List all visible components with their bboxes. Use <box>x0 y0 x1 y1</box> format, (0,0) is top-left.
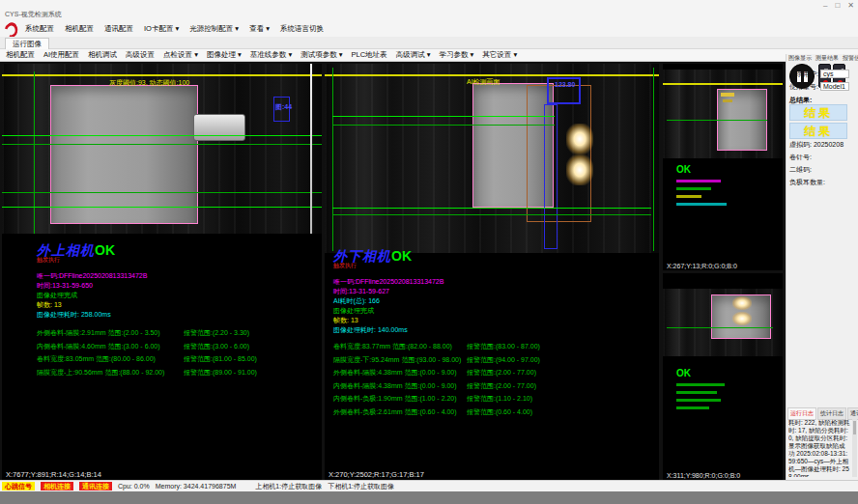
side-panel: 图像显示 测量结果 报警信息 登录用户: cys 使用型号: Model1 总结… <box>786 54 858 480</box>
thumbnail-column: OK X:267;Y:13;R:0;G:0;B:0 OK <box>663 64 783 480</box>
scrollbar-thumb[interactable] <box>853 421 856 434</box>
measure-line <box>332 116 555 117</box>
menu-item[interactable]: 查看 ▾ <box>249 24 270 34</box>
measurement-row: 隔膜宽度-上:90.56mm 范围:(88.00 - 92.00) 报警范围:(… <box>37 366 257 379</box>
field-label: 卷针号: <box>789 154 812 160</box>
memory-usage: Memory: 3424.41796875M <box>156 483 237 490</box>
alarm-range-text: 报警范围:(94.00 - 97.00) <box>467 353 540 367</box>
alarm-range-text: 报警范围:(2.00 - 77.00) <box>467 379 536 393</box>
menu-item[interactable]: 通讯配置 <box>104 24 133 34</box>
measurement-row: 卷料宽度:83.77mm 范围:(82.00 - 88.00) 报警范围:(83… <box>333 340 540 353</box>
ai-time: AI耗时(总): 166 <box>333 296 540 306</box>
measurement-row: 内侧卷料-隔膜:4.60mm 范围:(3.00 - 6.00) 报警范围:(3.… <box>37 340 257 353</box>
menu-item[interactable]: 相机配置 <box>65 24 94 34</box>
alarm-range-text: 报警范围:(1.10 - 2.10) <box>467 392 532 406</box>
threshold-overlay-text: 灰度阈值:93, 动态阈值:100 <box>109 78 189 88</box>
side-field-row: 卷针号: <box>789 153 812 162</box>
process-done: 图像处理完成 <box>37 291 257 300</box>
toolbar-button[interactable]: 其它设置 ▾ <box>482 50 517 60</box>
desktop-strip <box>0 491 858 504</box>
camera-view-middle[interactable]: AI检测画面 123.80 外下相机OK 触发执行 唯一码:DFFline202… <box>325 64 659 480</box>
toolbar-button[interactable]: 学习参数 ▾ <box>439 50 473 60</box>
model-value: Model1 <box>820 82 849 91</box>
measurement-row: 外侧卷料-隔膜:4.38mm 范围:(0.00 - 9.00) 报警范围:(2.… <box>333 366 540 379</box>
model-row: 使用型号: Model1 <box>789 82 849 92</box>
toolbar-button[interactable]: 高级设置 <box>126 50 155 60</box>
roi-label: 图:44 <box>275 102 292 112</box>
menu-item[interactable]: 系统配置 <box>25 24 54 34</box>
alarm-range-text: 报警范围:(0.60 - 4.00) <box>467 406 532 419</box>
maximize-icon[interactable]: □ <box>835 2 840 10</box>
machine-edge-highlight <box>310 64 312 234</box>
alarm-range-text: 报警范围:(81.00 - 85.00) <box>184 352 257 366</box>
tab-glow <box>732 296 752 310</box>
menu-item[interactable]: 系统语言切换 <box>280 24 324 34</box>
login-user-value: cys <box>820 70 849 78</box>
timestamp: 时间:13-31-59-627 <box>333 287 540 296</box>
window-controls: – □ ✕ <box>823 2 854 10</box>
process-done: 图像处理完成 <box>333 306 540 316</box>
camera-link-badge: 相机连接 <box>41 482 73 490</box>
measurement-row: 外侧卷料-隔膜:2.91mm 范围:(2.00 - 3.50) 报警范围:(2.… <box>37 326 257 340</box>
measure-line <box>667 120 767 121</box>
timestamp: 时间:13-31-59-650 <box>37 281 257 291</box>
toolbar-button[interactable]: PLC地址表 <box>352 50 387 60</box>
upper-camera-status: 上相机1:停止获取图像 <box>255 482 322 491</box>
caption-alarm-info[interactable]: 报警信息 <box>843 54 858 63</box>
measurement-text: 内侧卷料-隔膜:4.60mm 范围:(3.00 - 6.00) <box>37 340 184 353</box>
frame-count: 帧数: 13 <box>37 300 257 310</box>
menubar: 系统配置 相机配置 通讯配置 IO卡配置 ▾ 光源控制配置 ▾ 查看 ▾ 系统语… <box>0 21 858 37</box>
toolbar-button[interactable]: 相机调试 <box>88 50 117 60</box>
log-scrollbar[interactable] <box>852 419 857 477</box>
measurement-text: 卷料宽度:83.77mm 范围:(82.00 - 88.00) <box>333 340 467 353</box>
menu-item[interactable]: IO卡配置 ▾ <box>144 24 179 34</box>
login-user-row: 登录用户: cys <box>789 70 849 79</box>
toolbar: 相机配置 AI使用配置 相机调试 高级设置 点检设置 ▾ 图像处理 ▾ 基准线参… <box>0 49 858 62</box>
toolbar-button[interactable]: 测试项参数 ▾ <box>300 50 342 60</box>
toolbar-button[interactable]: 基准线参数 ▾ <box>250 50 292 60</box>
alarm-range-text: 报警范围:(2.00 - 77.00) <box>467 366 536 379</box>
minimize-icon[interactable]: – <box>823 2 827 10</box>
process-time: 图像处理耗时: 258.00ms <box>37 310 257 320</box>
tab-row: 运行图像 <box>0 37 858 49</box>
result-caption-left: 外上相机OK 触发执行 唯一码:DFFline2025020813313472B… <box>37 243 257 378</box>
measurement-text: 内侧卷料-隔膜:4.38mm 范围:(0.00 - 9.00) <box>333 379 467 393</box>
menu-items: 系统配置 相机配置 通讯配置 IO卡配置 ▾ 光源控制配置 ▾ 查看 ▾ 系统语… <box>25 21 324 37</box>
main-area: 灰度阈值:93, 动态阈值:100 图:44 外上相机OK 触发执行 唯一码:D… <box>0 62 858 480</box>
lower-camera-status: 下相机1:停止获取图像 <box>328 482 394 491</box>
caption-measure-result[interactable]: 测量结果 <box>815 54 839 63</box>
camera-view-left[interactable]: 灰度阈值:93, 动态阈值:100 图:44 外上相机OK 触发执行 唯一码:D… <box>2 64 322 480</box>
app-window: CYS-视觉检测系统 – □ ✕ 系统配置 相机配置 通讯配置 IO卡配置 ▾ … <box>0 0 858 504</box>
cursor-pixel-status: X:267;Y:13;R:0;G:0;B:0 <box>667 263 737 269</box>
camera-title: 外下相机OK <box>333 249 540 263</box>
ai-view-overlay-text: AI检测画面 <box>467 77 500 87</box>
unique-code: 唯一码:DFFline2025020813313472B <box>333 277 540 287</box>
comm-link-badge: 通讯连接 <box>79 482 112 490</box>
field-label: 负极耳数量: <box>789 179 825 185</box>
measure-line <box>2 135 322 136</box>
caption-image-display[interactable]: 图像显示 <box>788 54 812 63</box>
overlay-yellow-line <box>663 83 783 85</box>
overlay-green-vline <box>34 71 35 234</box>
toolbar-button[interactable]: 相机配置 <box>6 50 35 60</box>
cursor-pixel-status: X:311;Y:980;R:0;G:0;B:0 <box>667 472 740 479</box>
thumbnail-view-1[interactable]: OK X:267;Y:13;R:0;G:0;B:0 <box>663 64 783 270</box>
thumbnail-1-caption: OK <box>663 164 727 206</box>
titlebar: CYS-视觉检测系统 – □ ✕ <box>0 0 858 21</box>
thumbnail-view-2[interactable]: OK X:311;Y:980;R:0;G:0;B:0 <box>663 273 783 480</box>
toolbar-button[interactable]: AI使用配置 <box>43 50 79 60</box>
mini-text-line <box>676 195 701 198</box>
measure-line <box>2 192 322 193</box>
toolbar-button[interactable]: 点检设置 ▾ <box>163 50 198 60</box>
measure-line <box>2 144 322 145</box>
window-title: CYS-视觉检测系统 <box>5 10 62 19</box>
result-badge-2: 结果 <box>789 123 847 139</box>
model-label: 使用型号: <box>789 83 818 90</box>
measurement-row: 外侧卷料-负极:2.61mm 范围:(0.60 - 4.00) 报警范围:(0.… <box>333 406 540 419</box>
menu-item[interactable]: 光源控制配置 ▾ <box>189 24 239 34</box>
toolbar-button[interactable]: 高级调试 ▾ <box>396 50 431 60</box>
alarm-range-text: 报警范围:(2.20 - 3.30) <box>184 326 249 340</box>
alarm-range-text: 报警范围:(3.00 - 6.00) <box>184 340 249 353</box>
toolbar-button[interactable]: 图像处理 ▾ <box>207 50 242 60</box>
close-icon[interactable]: ✕ <box>847 2 854 10</box>
